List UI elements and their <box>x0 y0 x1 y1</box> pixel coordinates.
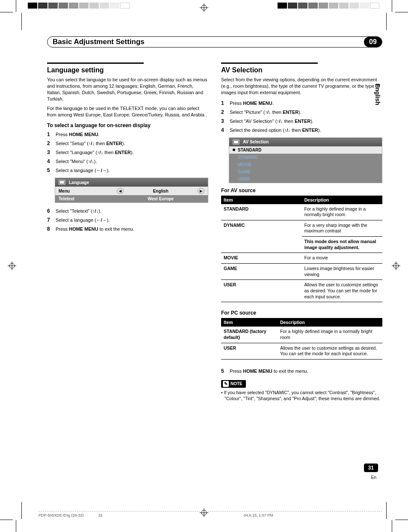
footer-divider <box>38 511 382 511</box>
step-list: 6Select "Teletext" (↑/↓).7Select a langu… <box>47 207 208 233</box>
table-row: DYNAMICFor a very sharp image with the m… <box>221 220 382 236</box>
table-row: USERAllows the user to customize setting… <box>221 343 382 359</box>
footer-timestamp: 04.6.15, 1:07 PM <box>244 513 273 517</box>
table-cell-desc: Lowers image brightness for easier viewi… <box>302 264 383 280</box>
table-header-desc: Description <box>302 196 383 204</box>
step-item: 3Select "Language" (↑/↓ then ENTER). <box>47 149 208 156</box>
osd-option-label: USER <box>238 177 250 181</box>
step-number: 3 <box>221 117 226 125</box>
table-cell-desc: For a very sharp image with the maximum … <box>302 220 383 236</box>
osd-option-label: DYNAMIC <box>238 155 258 160</box>
table-header-desc: Description <box>278 318 382 327</box>
table-cell-desc: Allows the user to customize settings as… <box>302 280 383 302</box>
step-text: Select a language (←/→). <box>56 167 110 174</box>
step-number: 6 <box>47 207 52 215</box>
step-number: 8 <box>47 225 52 233</box>
note-text: • If you have selected "DYNAMIC", you ca… <box>221 389 382 401</box>
page-lang-code: En <box>371 475 376 480</box>
pc-source-table: Item Description STANDARD (factory defau… <box>221 318 382 360</box>
step-number: 2 <box>221 108 226 116</box>
bullet-icon <box>233 149 235 151</box>
step-text: Select "Language" (↑/↓ then ENTER). <box>56 149 134 156</box>
table-cell-item: GAME <box>221 264 302 280</box>
step-text: Select "Setup" (↑/↓ then ENTER). <box>56 140 125 147</box>
table-cell-desc: For a movie <box>302 253 383 264</box>
svg-rect-15 <box>234 141 238 143</box>
table-cell-desc: For a highly defined image in a normally… <box>302 204 383 220</box>
table-header-item: Item <box>221 318 278 327</box>
section-title-language: Language setting <box>47 62 144 74</box>
osd-row-label: Teletext <box>59 196 117 201</box>
step-item: 8Press HOME MENU to exit the menu. <box>47 225 208 233</box>
body-text: For the language to be used in the TELET… <box>47 105 208 118</box>
arrow-left-icon: ◀ <box>117 188 124 194</box>
osd-row-value: English <box>124 189 198 193</box>
step-text: Press HOME MENU. <box>230 100 274 107</box>
pencil-icon: ✎ <box>223 381 229 387</box>
table-row: STANDARD (factory default)For a highly d… <box>221 327 382 343</box>
step-item: 7Select a language (←/→). <box>47 216 208 224</box>
step-number: 5 <box>47 166 52 174</box>
step-number: 4 <box>47 158 52 165</box>
step-text: Select "Teletext" (↑/↓). <box>56 208 101 215</box>
subheading: To select a language for on-screen displ… <box>47 122 208 128</box>
table-cell-item: STANDARD (factory default) <box>221 327 278 343</box>
step-list: 1Press HOME MENU.2Select "Picture" (↑/↓ … <box>221 99 382 134</box>
osd-option: MOVIE <box>229 161 382 168</box>
step-list: 1Press HOME MENU.2Select "Setup" (↑/↓ th… <box>47 131 208 174</box>
step-item: 2Select "Picture" (↑/↓ then ENTER). <box>221 108 382 116</box>
chapter-header: Basic Adjustment Settings 09 <box>47 36 382 48</box>
table-row: MOVIEFor a movie <box>221 253 382 264</box>
step-text: Select a language (←/→). <box>56 217 110 224</box>
osd-option: STANDARD <box>229 146 382 154</box>
step-list: 5 Press HOME MENU to exit the menu. <box>221 367 382 375</box>
step-item: 4Select "Menu" (↑/↓). <box>47 158 208 165</box>
table-cell-desc: This mode does not allow manual image qu… <box>302 237 383 253</box>
registration-mark-icon <box>200 3 208 12</box>
section-title-av: AV Selection <box>221 62 318 74</box>
table-cell-item: USER <box>221 280 302 302</box>
step-item: 5 Press HOME MENU to exit the menu. <box>221 367 382 375</box>
step-text: Press HOME MENU. <box>56 131 100 138</box>
step-item: 5Select a language (←/→). <box>47 166 208 174</box>
osd-option-label: MOVIE <box>238 162 251 167</box>
osd-row: Menu◀English▶ <box>55 187 208 195</box>
step-item: 4Select the desired option (↑/↓ then ENT… <box>221 126 382 134</box>
step-number: 1 <box>47 131 52 138</box>
osd-row-value: West Europe <box>117 196 204 201</box>
osd-option: DYNAMIC <box>229 154 382 161</box>
table-cell-item: USER <box>221 343 278 359</box>
table-header-item: Item <box>221 196 302 204</box>
table-row: USERAllows the user to customize setting… <box>221 280 382 302</box>
body-text: You can select the language to be used f… <box>47 77 208 102</box>
osd-option: USER <box>229 175 382 183</box>
svg-rect-13 <box>60 181 64 184</box>
step-text: Press HOME MENU to exit the menu. <box>230 368 308 375</box>
step-text: Select "Menu" (↑/↓). <box>56 158 97 165</box>
tv-icon <box>233 139 240 145</box>
table-row: STANDARDFor a highly defined image in a … <box>221 204 382 220</box>
table-caption: For AV source <box>221 187 382 193</box>
page-number-badge: 31 <box>364 464 378 472</box>
tv-icon <box>59 179 66 185</box>
body-text: Select from the five viewing options, de… <box>221 77 382 96</box>
language-tab: English <box>374 83 381 105</box>
av-source-table: Item Description STANDARDFor a highly de… <box>221 196 382 303</box>
step-item: 3Select "AV Selection" (↑/↓ then ENTER). <box>221 117 382 125</box>
step-number: 4 <box>221 126 226 134</box>
table-cell-item: MOVIE <box>221 253 302 264</box>
osd-language-panel: Language Menu◀English▶TeletextWest Europ… <box>55 178 208 203</box>
osd-panel-title: Language <box>69 180 89 185</box>
step-number: 1 <box>221 99 226 107</box>
note-box: ✎ NOTE • If you have selected "DYNAMIC",… <box>221 380 382 401</box>
osd-row-label: Menu <box>59 189 117 193</box>
step-item: 6Select "Teletext" (↑/↓). <box>47 207 208 215</box>
step-item: 1Press HOME MENU. <box>221 99 382 107</box>
osd-av-panel: AV Selection STANDARDDYNAMICMOVIEGAMEUSE… <box>229 137 382 183</box>
registration-mark-icon <box>8 262 16 270</box>
osd-option-label: STANDARD <box>238 148 261 152</box>
table-cell-item: DYNAMIC <box>221 220 302 253</box>
step-text: Select "Picture" (↑/↓ then ENTER). <box>230 109 302 116</box>
step-number: 3 <box>47 149 52 156</box>
step-text: Select "AV Selection" (↑/↓ then ENTER). <box>230 118 313 125</box>
